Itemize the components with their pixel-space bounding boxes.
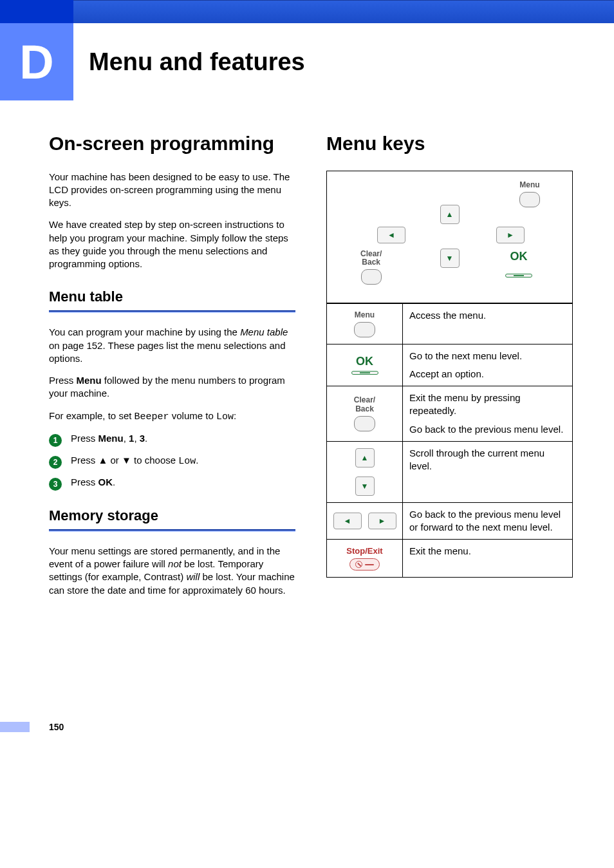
label-menu: Menu — [519, 180, 540, 189]
row-desc: Exit the menu. — [409, 545, 566, 558]
subsection-menu-table: Menu table — [49, 288, 295, 308]
ok-button-icon — [505, 274, 532, 278]
step-badge-2: 2 — [49, 456, 62, 469]
chapter-header: D Menu and features — [0, 23, 614, 100]
row-label-menu: Menu — [355, 310, 375, 319]
down-arrow-icon: ▼ — [355, 476, 375, 496]
row-label-stop-exit: Stop/Exit — [346, 546, 382, 556]
menu-keys-table: Menu Access the menu. OK Go to the next … — [326, 303, 573, 578]
menu-button-icon — [519, 192, 540, 207]
row-label-ok: OK — [356, 355, 373, 368]
menu-button-icon — [354, 322, 375, 337]
row-desc: Go back to the previous menu level. — [409, 423, 566, 436]
table-row: OK Go to the next menu level. Accept an … — [327, 344, 573, 386]
memory-para: Your menu settings are stored permanentl… — [49, 545, 295, 597]
left-column: On-screen programming Your machine has b… — [49, 133, 311, 606]
page-number: 150 — [49, 722, 64, 732]
table-row: ▲ ▼ Scroll through the current menu leve… — [327, 441, 573, 502]
menu-table-para-3: For example, to set Beeper volume to Low… — [49, 410, 295, 424]
row-desc: Exit the menu by pressing repeatedly. — [409, 392, 566, 418]
intro-para-2: We have created step by step on-screen i… — [49, 218, 295, 270]
up-arrow-icon: ▲ — [440, 205, 460, 224]
step-badge-1: 1 — [49, 434, 62, 447]
right-column: Menu keys Menu ▲ ◄ ► ▼ Clear/Back OK — [311, 133, 573, 606]
stop-exit-button-icon — [349, 558, 380, 571]
chapter-letter: D — [0, 23, 73, 100]
left-arrow-icon: ◄ — [377, 227, 405, 243]
section-onscreen-programming: On-screen programming — [49, 133, 295, 155]
row-desc: Go back to the previous menu level or fo… — [409, 508, 566, 534]
row-desc: Accept an option. — [409, 368, 566, 381]
menu-table-para-2: Press Menu followed by the menu numbers … — [49, 374, 295, 401]
page-footer: 150 — [0, 722, 614, 751]
clear-back-button-icon — [361, 269, 382, 285]
step-badge-3: 3 — [49, 478, 62, 491]
step-2: 2 Press ▲ or ▼ to choose Low. — [49, 455, 295, 467]
chapter-title: Menu and features — [89, 48, 305, 76]
table-row: Stop/Exit Exit the menu. — [327, 540, 573, 578]
table-row: ◄ ► Go back to the previous menu level o… — [327, 502, 573, 540]
step-1: 1 Press Menu, 1, 3. — [49, 433, 295, 446]
section-menu-keys: Menu keys — [326, 133, 573, 155]
footer-accent — [0, 722, 30, 732]
row-desc: Access the menu. — [409, 309, 566, 322]
keypad-diagram: Menu ▲ ◄ ► ▼ Clear/Back OK — [326, 171, 573, 303]
header-band — [0, 0, 614, 23]
intro-para-1: Your machine has been designed to be eas… — [49, 171, 295, 210]
label-ok: OK — [505, 250, 532, 263]
subsection-memory-storage: Memory storage — [49, 507, 295, 527]
table-row: Menu Access the menu. — [327, 303, 573, 344]
clear-back-button-icon — [354, 416, 375, 431]
right-arrow-icon: ► — [368, 513, 396, 529]
left-arrow-icon: ◄ — [333, 513, 362, 529]
ok-button-icon — [351, 371, 378, 375]
table-row: Clear/Back Exit the menu by pressing rep… — [327, 386, 573, 442]
label-clear-back: Clear/Back — [360, 250, 382, 267]
rule-2 — [49, 529, 295, 532]
row-label-clear-back: Clear/Back — [354, 395, 375, 413]
row-desc: Scroll through the current menu level. — [409, 447, 566, 473]
step-3: 3 Press OK. — [49, 476, 295, 489]
down-arrow-icon: ▼ — [440, 249, 460, 268]
menu-table-para-1: You can program your machine by using th… — [49, 326, 295, 365]
up-arrow-icon: ▲ — [355, 448, 375, 467]
rule — [49, 310, 295, 313]
right-arrow-icon: ► — [496, 227, 525, 243]
row-desc: Go to the next menu level. — [409, 350, 566, 363]
